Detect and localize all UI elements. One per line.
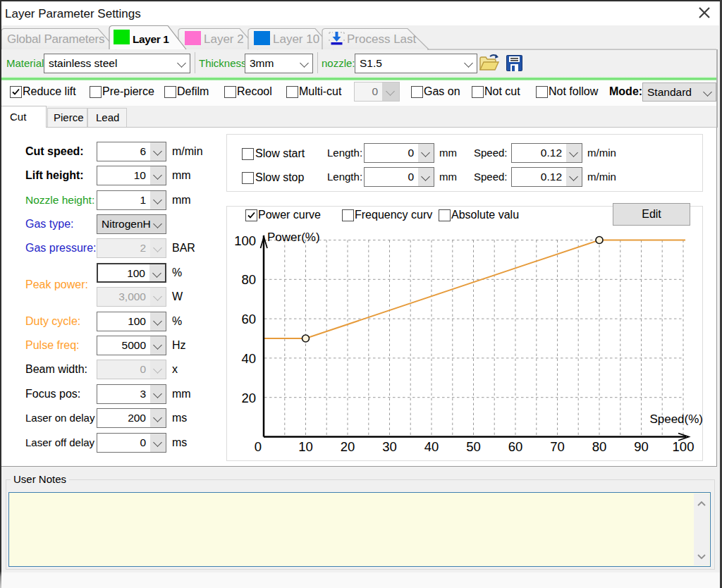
svg-text:Speed(%): Speed(%): [649, 412, 703, 426]
svg-text:10: 10: [298, 439, 313, 454]
svg-text:20: 20: [341, 439, 355, 454]
svg-text:Power(%): Power(%): [267, 231, 320, 244]
svg-text:20: 20: [241, 391, 256, 405]
svg-text:80: 80: [592, 439, 607, 454]
svg-text:40: 40: [424, 439, 439, 454]
svg-text:100: 100: [673, 439, 695, 454]
svg-text:90: 90: [634, 439, 649, 454]
svg-text:40: 40: [241, 351, 256, 366]
svg-text:80: 80: [241, 272, 256, 287]
svg-text:30: 30: [382, 439, 397, 454]
svg-text:100: 100: [234, 233, 256, 248]
svg-text:60: 60: [241, 312, 256, 326]
svg-text:0: 0: [255, 439, 262, 454]
svg-text:70: 70: [550, 439, 565, 454]
svg-text:50: 50: [466, 439, 481, 454]
svg-text:60: 60: [508, 439, 523, 454]
